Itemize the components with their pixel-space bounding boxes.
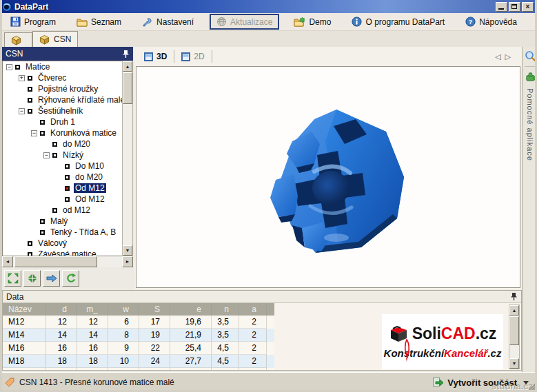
toolbar-button-nastaveni[interactable]: Nastavení — [137, 14, 199, 29]
scroll-up-icon[interactable]: ▲ — [123, 61, 132, 72]
table-cell: 4,5 — [212, 355, 239, 368]
puzzle-icon[interactable] — [525, 71, 536, 83]
toolbar-button-demo[interactable]: Demo — [289, 14, 336, 29]
table-row[interactable]: M16161692225,44,52 — [3, 342, 274, 355]
tree-scrollbar-thumb[interactable] — [123, 72, 132, 104]
refresh-button[interactable] — [62, 270, 79, 287]
table-cell: 20 — [46, 368, 77, 370]
column-header: e — [170, 303, 212, 316]
data-scrollbar-thumb[interactable] — [509, 316, 519, 345]
tree-item[interactable]: −Korunková matice — [3, 127, 122, 138]
table-cell: 16 — [77, 342, 108, 355]
tree-item[interactable]: −Šestiúhelník — [3, 105, 122, 116]
table-cell: 2 — [239, 368, 267, 370]
pin-icon[interactable] — [122, 50, 130, 59]
scroll-up-icon[interactable]: ▲ — [509, 305, 519, 316]
tree-hscrollbar-thumb[interactable] — [14, 256, 97, 267]
table-row[interactable]: M181818102427,74,52 — [3, 355, 274, 368]
toolbar-button-help[interactable]: ? Nápověda — [460, 14, 522, 29]
tree-item[interactable]: Válcový — [3, 238, 122, 249]
tree-spacer — [19, 86, 25, 92]
tree-bullet-icon — [52, 153, 57, 158]
toolbar-label: Nastavení — [156, 17, 194, 27]
tab-2d[interactable]: 2D — [177, 49, 208, 64]
view-tabbar: 3D 2D ◁▷ — [134, 47, 522, 66]
viewport-3d[interactable] — [136, 66, 520, 288]
tree-item[interactable]: Malý — [3, 216, 122, 227]
scroll-down-icon[interactable]: ▼ — [123, 245, 132, 256]
table-row[interactable]: M202020122731,24,52 — [3, 368, 274, 370]
document-tab-csn[interactable]: CSN — [32, 31, 78, 47]
toolbar-button-seznam[interactable]: Seznam — [72, 15, 126, 29]
package-icon — [39, 34, 50, 45]
tree-item[interactable]: Druh 1 — [3, 116, 122, 127]
maximize-button[interactable] — [509, 2, 520, 12]
tree-item[interactable]: Závěsné matice — [3, 249, 122, 256]
view-icon — [144, 52, 153, 61]
table-cell: 3,5 — [212, 316, 239, 329]
tree-panel-header: CSN — [2, 47, 133, 61]
table-cell: 17 — [139, 316, 170, 329]
document-tab[interactable] — [4, 32, 32, 47]
tab-3d[interactable]: 3D — [140, 49, 171, 64]
table-cell: 12 — [108, 368, 139, 370]
tree-horizontal-scrollbar[interactable]: ◄ ► — [2, 256, 133, 267]
toolbar-button-about[interactable]: O programu DataPart — [347, 14, 449, 29]
tree-spacer — [56, 185, 62, 192]
scroll-left-icon[interactable]: ◄ — [2, 256, 13, 267]
collapse-toggle-icon[interactable]: − — [19, 108, 25, 114]
table-cell: 19 — [139, 329, 170, 342]
expand-toggle-icon[interactable]: + — [19, 75, 25, 81]
collapse-all-button[interactable] — [23, 270, 41, 287]
table-cell: M20 — [3, 368, 46, 370]
vendor-logo: SoliCAD.cz KonstrukčníKancelář.cz — [382, 314, 503, 369]
scroll-right-icon[interactable]: ► — [122, 256, 133, 267]
resize-grip[interactable] — [527, 382, 537, 392]
logo-text: .cz — [487, 347, 501, 359]
tree-item[interactable]: do M20 — [3, 138, 122, 149]
document-tabstrip: CSN — [0, 31, 537, 47]
helper-apps-sidebar: Pomocné aplikace — [522, 47, 537, 372]
tree-bullet-icon — [15, 65, 20, 70]
pin-icon[interactable] — [510, 292, 518, 301]
tree-item[interactable]: Do M10 — [3, 161, 122, 172]
table-row[interactable]: M14141481921,93,52 — [3, 329, 274, 342]
tree-item[interactable]: Tenký - Třída A, B — [3, 227, 122, 238]
table-cell: 3,5 — [212, 329, 239, 342]
expand-all-icon — [8, 273, 19, 284]
data-table[interactable]: Názevdm_wSenaM12121261719,63,52M14141481… — [3, 303, 274, 370]
window-title: DataPart — [14, 2, 48, 12]
tree-item-label: Válcový — [37, 238, 68, 248]
tree-item[interactable]: −Nízký — [3, 149, 122, 161]
tree-item[interactable]: Od M12 — [3, 194, 122, 205]
toolbar-button-program[interactable]: Program — [6, 14, 61, 29]
collapse-toggle-icon[interactable]: − — [43, 152, 50, 158]
globe-icon — [216, 17, 227, 27]
tree-spacer — [19, 251, 25, 257]
tree-bullet-icon — [28, 87, 32, 92]
collapse-toggle-icon[interactable]: − — [31, 130, 37, 136]
close-button[interactable]: × — [522, 2, 534, 12]
data-vertical-scrollbar[interactable]: ▲ ▼ — [509, 305, 520, 369]
tree-vertical-scrollbar[interactable]: ▲ ▼ — [122, 61, 133, 256]
scroll-down-icon[interactable]: ▼ — [509, 358, 519, 369]
tree-item[interactable]: do M20 — [3, 172, 122, 183]
minimize-button[interactable] — [496, 2, 507, 12]
help-icon: ? — [465, 17, 476, 27]
tree-item[interactable]: Od M12 — [3, 183, 122, 194]
table-row[interactable]: M12121261719,63,52 — [3, 316, 274, 329]
collapse-toggle-icon[interactable]: − — [6, 64, 12, 70]
toolbar-button-aktualizace[interactable]: Aktualizace — [210, 14, 279, 30]
tree-item[interactable]: −Matice — [3, 61, 122, 72]
tree-panel: CSN −Matice+ČtverecPojistné kroužkyRýhov… — [2, 47, 133, 289]
magnifier-icon[interactable] — [525, 50, 536, 62]
tree-item[interactable]: Rýhované křídlaté malé — [3, 94, 122, 105]
tree-item[interactable]: Pojistné kroužky — [3, 83, 122, 94]
tab-scroll-arrows[interactable]: ◁▷ — [495, 52, 515, 61]
tree-item[interactable]: od M12 — [3, 205, 122, 216]
tree-item[interactable]: +Čtverec — [3, 72, 122, 83]
go-button[interactable] — [43, 270, 60, 287]
view-tab-label: 3D — [156, 52, 167, 61]
view-icon — [181, 52, 190, 61]
expand-all-button[interactable] — [4, 270, 21, 287]
